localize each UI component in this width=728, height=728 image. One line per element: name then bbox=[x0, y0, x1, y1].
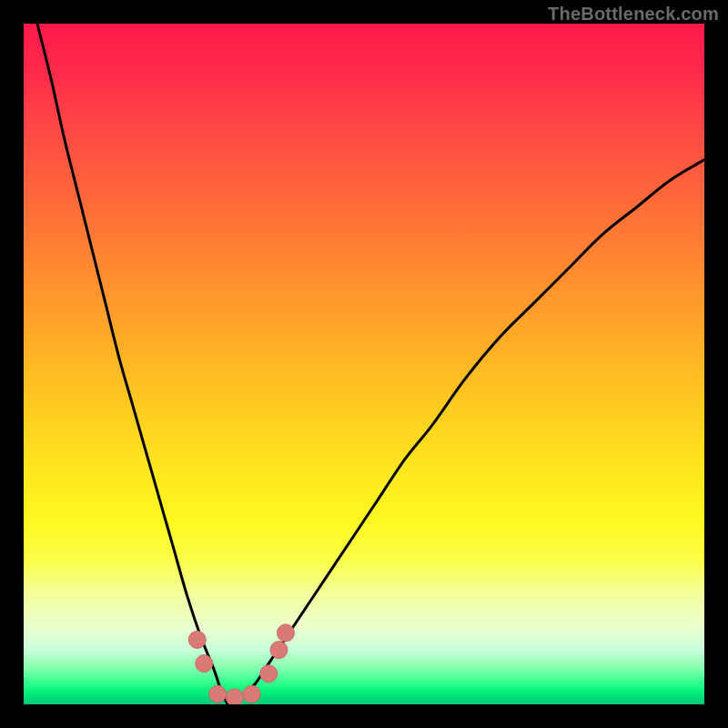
bottleneck-curve-left-branch bbox=[37, 24, 228, 704]
data-marker bbox=[196, 655, 213, 672]
chart-frame: TheBottleneck.com bbox=[0, 0, 728, 728]
data-marker bbox=[260, 665, 278, 682]
data-marker bbox=[209, 685, 227, 703]
data-marker bbox=[277, 624, 294, 642]
data-marker bbox=[188, 631, 206, 648]
data-marker bbox=[270, 642, 288, 659]
watermark-text: TheBottleneck.com bbox=[548, 4, 719, 25]
marker-group bbox=[188, 624, 294, 704]
bottleneck-curve-right-branch bbox=[228, 160, 704, 704]
data-marker bbox=[243, 685, 260, 703]
curve-group bbox=[37, 24, 704, 704]
plot-area bbox=[24, 24, 704, 704]
curve-layer bbox=[24, 24, 704, 704]
data-marker bbox=[226, 689, 243, 704]
